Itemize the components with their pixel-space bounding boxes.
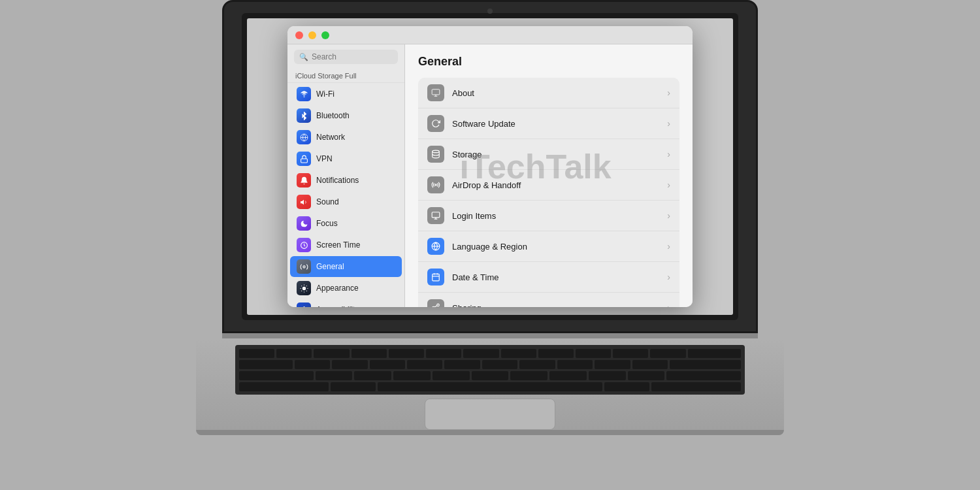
svg-marker-4 <box>301 199 304 204</box>
key[interactable] <box>604 382 649 391</box>
key[interactable] <box>666 371 741 380</box>
settings-item-about[interactable]: About › <box>418 78 679 108</box>
key[interactable] <box>332 360 367 369</box>
key[interactable] <box>576 349 611 358</box>
sidebar-item-network[interactable]: Network <box>290 127 402 148</box>
wifi-icon <box>297 87 311 101</box>
storage-icon <box>427 146 444 163</box>
sidebar-item-network-label: Network <box>316 133 345 142</box>
key[interactable] <box>613 349 648 358</box>
key[interactable] <box>276 349 312 358</box>
close-button[interactable] <box>295 31 303 39</box>
key[interactable] <box>370 360 405 369</box>
key[interactable] <box>595 360 630 369</box>
sidebar-item-focus[interactable]: Focus <box>290 213 402 234</box>
key[interactable] <box>651 382 741 391</box>
search-wrap[interactable]: 🔍 <box>294 50 398 64</box>
about-label: About <box>452 88 667 98</box>
sidebar-item-sound[interactable]: Sound <box>290 191 402 212</box>
settings-item-sharing[interactable]: Sharing › <box>418 293 679 307</box>
svg-point-17 <box>433 150 440 153</box>
key[interactable] <box>632 360 668 369</box>
sidebar-items-list: Wi-Fi Bluetooth <box>287 83 404 307</box>
spacebar-key[interactable] <box>378 382 602 391</box>
key[interactable] <box>295 360 330 369</box>
key[interactable] <box>670 360 741 369</box>
key[interactable] <box>314 349 349 358</box>
accessibility-icon <box>297 302 311 307</box>
key[interactable] <box>501 349 536 358</box>
macbook-base-area <box>196 338 784 430</box>
key[interactable] <box>538 349 574 358</box>
key[interactable] <box>482 360 517 369</box>
settings-item-language[interactable]: Language & Region › <box>418 231 679 262</box>
keyboard <box>235 345 745 395</box>
settings-item-login-items[interactable]: Login Items › <box>418 201 679 231</box>
sidebar-item-screentime[interactable]: Screen Time <box>290 235 402 255</box>
key[interactable] <box>688 349 741 358</box>
macbook-lid: iTechTalk <box>222 0 758 333</box>
vpn-icon <box>297 152 311 166</box>
storage-chevron: › <box>667 149 670 159</box>
settings-item-date-time[interactable]: Date & Time › <box>418 262 679 293</box>
key[interactable] <box>426 349 461 358</box>
settings-item-storage[interactable]: Storage › <box>418 139 679 170</box>
minimize-button[interactable] <box>308 31 316 39</box>
key[interactable] <box>331 382 376 391</box>
key[interactable] <box>650 349 685 358</box>
key[interactable] <box>239 349 274 358</box>
key[interactable] <box>239 371 314 380</box>
key[interactable] <box>472 371 509 380</box>
key[interactable] <box>463 349 498 358</box>
sidebar-item-wifi[interactable]: Wi-Fi <box>290 84 402 105</box>
language-label: Language & Region <box>452 242 667 252</box>
key[interactable] <box>239 360 293 369</box>
system-preferences-window: 🔍 iCloud Storage Full <box>287 26 693 307</box>
icloud-banner[interactable]: iCloud Storage Full <box>287 69 404 83</box>
airdrop-chevron: › <box>667 180 670 190</box>
key[interactable] <box>393 371 431 380</box>
macbook-container: iTechTalk <box>222 0 758 490</box>
key[interactable] <box>549 371 587 380</box>
sidebar-item-sound-label: Sound <box>316 197 339 206</box>
key[interactable] <box>433 371 470 380</box>
sidebar-item-general-label: General <box>316 262 344 271</box>
sidebar-item-general[interactable]: General <box>290 256 402 277</box>
key[interactable] <box>407 360 442 369</box>
sidebar-item-vpn-label: VPN <box>316 154 333 163</box>
sidebar-item-bluetooth[interactable]: Bluetooth <box>290 105 402 126</box>
key[interactable] <box>510 371 547 380</box>
language-icon <box>427 238 444 255</box>
key[interactable] <box>628 371 665 380</box>
software-update-label: Software Update <box>452 119 667 129</box>
maximize-button[interactable] <box>321 31 329 39</box>
sidebar-item-notifications[interactable]: Notifications <box>290 170 402 191</box>
key[interactable] <box>354 371 391 380</box>
trackpad[interactable] <box>425 399 555 430</box>
sharing-label: Sharing <box>452 303 667 308</box>
key[interactable] <box>316 371 353 380</box>
datetime-label: Date & Time <box>452 272 667 282</box>
settings-item-software-update[interactable]: Software Update › <box>418 108 679 139</box>
key[interactable] <box>389 349 424 358</box>
search-input[interactable] <box>312 52 393 61</box>
title-bar <box>287 26 693 44</box>
sidebar-item-vpn[interactable]: VPN <box>290 148 402 169</box>
screen: iTechTalk <box>247 18 733 315</box>
key[interactable] <box>239 382 329 391</box>
key[interactable] <box>444 360 480 369</box>
storage-label: Storage <box>452 150 667 159</box>
key[interactable] <box>589 371 626 380</box>
network-icon <box>297 130 311 144</box>
key[interactable] <box>519 360 555 369</box>
settings-item-airdrop[interactable]: AirDrop & Handoff › <box>418 170 679 201</box>
sidebar-item-notifications-label: Notifications <box>316 176 359 185</box>
svg-point-28 <box>437 304 440 306</box>
search-icon: 🔍 <box>299 53 308 61</box>
login-items-chevron: › <box>667 210 670 221</box>
key[interactable] <box>351 349 387 358</box>
sidebar-item-accessibility[interactable]: Accessibility <box>290 299 402 307</box>
section-title: General <box>418 55 679 69</box>
sidebar-item-appearance[interactable]: Appearance <box>290 278 402 299</box>
key[interactable] <box>557 360 593 369</box>
